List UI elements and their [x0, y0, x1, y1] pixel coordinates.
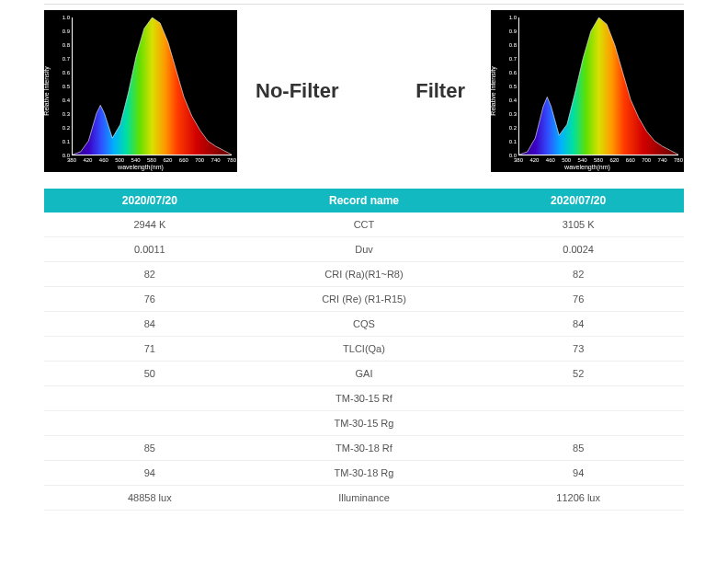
metric-value-cell: 0.0011	[44, 237, 256, 262]
metric-value-cell: 76	[472, 287, 684, 312]
metric-name-cell: CRI (Ra)(R1~R8)	[256, 262, 473, 287]
metric-value-cell: 73	[472, 337, 684, 362]
table-row: TM-30-15 Rg	[44, 411, 684, 436]
chart-label-filter: Filter	[366, 79, 472, 103]
table-header-row: 2020/07/20 Record name 2020/07/20	[44, 189, 684, 213]
y-axis-label: Relative Intensity	[490, 66, 496, 115]
y-axis-label: Relative Intensity	[43, 66, 50, 115]
header-right: 2020/07/20	[472, 189, 684, 213]
header-center: Record name	[256, 189, 473, 213]
x-tick: 740	[211, 157, 221, 163]
x-tick: 580	[147, 157, 156, 163]
y-tick: 0.7	[509, 56, 517, 62]
y-tick: 0.7	[63, 56, 70, 62]
metric-value-cell	[472, 411, 684, 436]
x-tick: 740	[658, 157, 667, 163]
table-row: 84CQS84	[44, 312, 684, 337]
metric-name-cell: GAI	[256, 362, 473, 386]
y-tick: 0.4	[509, 98, 517, 103]
metric-value-cell: 84	[472, 312, 684, 337]
x-tick: 620	[609, 157, 619, 163]
spd-chart-filter: Relative Intensity wavelength(nm) 0.00.1…	[491, 10, 684, 172]
chart-row: Relative Intensity wavelength(nm) 0.00.1…	[44, 10, 684, 172]
metric-value-cell: 2944 K	[44, 213, 256, 237]
table-row: 76CRI (Re) (R1-R15)76	[44, 287, 684, 312]
y-tick: 0.9	[63, 29, 70, 34]
metric-name-cell: TM-30-18 Rf	[256, 436, 473, 461]
metric-value-cell: 48858 lux	[44, 486, 256, 511]
metric-value-cell	[44, 386, 256, 411]
x-tick: 500	[115, 157, 124, 163]
header-left: 2020/07/20	[44, 189, 256, 213]
metric-name-cell: TLCI(Qa)	[256, 337, 473, 362]
metric-name-cell: Duv	[256, 237, 473, 262]
chart-label-nofilter: No-Filter	[256, 79, 347, 103]
table-row: 48858 luxIlluminance11206 lux	[44, 486, 684, 511]
x-tick: 540	[131, 157, 141, 163]
x-tick: 700	[642, 157, 651, 163]
metric-value-cell: 11206 lux	[472, 486, 684, 511]
y-tick: 0.6	[509, 70, 517, 75]
x-tick: 660	[626, 157, 635, 163]
metric-name-cell: TM-30-15 Rg	[256, 411, 473, 436]
metric-value-cell: 50	[44, 362, 256, 386]
plot-area	[518, 17, 678, 155]
y-tick: 1.0	[63, 15, 70, 20]
plot-area	[72, 17, 232, 155]
x-tick: 380	[514, 157, 523, 163]
y-tick: 0.1	[509, 139, 517, 144]
y-tick: 0.5	[63, 84, 70, 89]
metric-value-cell: 76	[44, 287, 256, 312]
x-tick: 780	[227, 157, 236, 163]
spd-chart-nofilter: Relative Intensity wavelength(nm) 0.00.1…	[44, 10, 237, 172]
table-row: 85TM-30-18 Rf85	[44, 436, 684, 461]
y-tick: 0.1	[63, 139, 70, 144]
metric-value-cell: 94	[44, 461, 256, 486]
metric-value-cell: 85	[472, 436, 684, 461]
y-ticks: 0.00.10.20.30.40.50.60.70.80.91.0	[51, 17, 70, 155]
metric-value-cell: 3105 K	[472, 213, 684, 237]
metric-value-cell: 0.0024	[472, 237, 684, 262]
metric-value-cell	[44, 411, 256, 436]
y-tick: 0.2	[63, 125, 70, 131]
metric-value-cell: 52	[472, 362, 684, 386]
y-tick: 0.3	[509, 111, 517, 117]
y-tick: 0.2	[509, 125, 517, 131]
metric-name-cell: TM-30-15 Rf	[256, 386, 473, 411]
x-tick: 420	[83, 157, 92, 163]
x-tick: 540	[578, 157, 587, 163]
table-row: 50GAI52	[44, 362, 684, 386]
table-row: 0.0011Duv0.0024	[44, 237, 684, 262]
metric-name-cell: TM-30-18 Rg	[256, 461, 473, 486]
x-ticks: 380420460500540580620660700740780	[72, 157, 232, 167]
metric-value-cell: 94	[472, 461, 684, 486]
metric-value-cell: 82	[472, 262, 684, 287]
y-tick: 0.3	[63, 111, 70, 117]
x-tick: 380	[67, 157, 76, 163]
y-tick: 0.8	[509, 42, 517, 48]
x-tick: 660	[179, 157, 188, 163]
x-tick: 780	[674, 157, 683, 163]
metric-value-cell	[472, 386, 684, 411]
svg-rect-1	[519, 17, 678, 155]
y-tick: 0.6	[63, 70, 70, 75]
table-row: 2944 KCCT3105 K	[44, 213, 684, 237]
x-tick: 580	[594, 157, 603, 163]
x-tick: 460	[546, 157, 555, 163]
x-tick: 420	[529, 157, 539, 163]
metric-name-cell: CQS	[256, 312, 473, 337]
table-row: 82CRI (Ra)(R1~R8)82	[44, 262, 684, 287]
metric-value-cell: 85	[44, 436, 256, 461]
y-tick: 0.8	[63, 42, 70, 48]
x-tick: 460	[99, 157, 108, 163]
metric-value-cell: 71	[44, 337, 256, 362]
x-tick: 620	[163, 157, 172, 163]
x-tick: 500	[562, 157, 571, 163]
table-row: 71TLCI(Qa)73	[44, 337, 684, 362]
y-tick: 1.0	[509, 15, 517, 20]
table-body: 2944 KCCT3105 K0.0011Duv0.002482CRI (Ra)…	[44, 213, 684, 511]
x-tick: 700	[195, 157, 204, 163]
table-row: 94TM-30-18 Rg94	[44, 461, 684, 486]
metric-name-cell: CRI (Re) (R1-R15)	[256, 287, 473, 312]
x-ticks: 380420460500540580620660700740780	[518, 157, 678, 167]
